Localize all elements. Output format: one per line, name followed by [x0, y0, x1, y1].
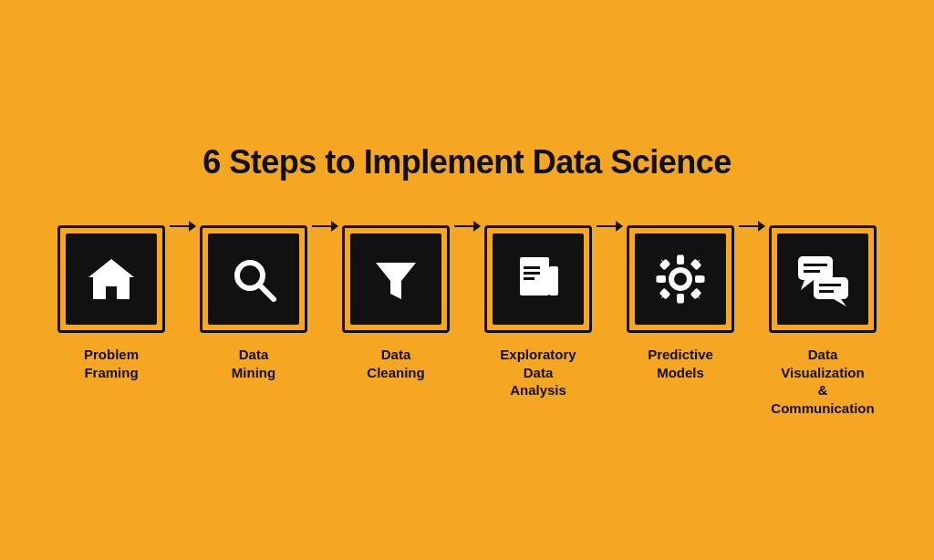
steps-container: Problem Framing Data Mining	[57, 225, 877, 417]
step-wrapper-1: Problem Framing	[57, 225, 166, 381]
svg-rect-7	[524, 266, 540, 269]
svg-marker-0	[88, 259, 134, 299]
home-icon	[84, 252, 139, 306]
step-problem-framing: Problem Framing	[57, 225, 166, 381]
step-wrapper-2: Data Mining	[199, 225, 308, 381]
svg-marker-5	[549, 257, 558, 266]
svg-rect-8	[524, 272, 540, 275]
document-icon	[511, 252, 566, 306]
icon-box-visualization	[769, 225, 877, 333]
step-wrapper-6: Data Visualization & Communication	[768, 225, 877, 417]
icon-box-exploratory	[484, 225, 592, 333]
page-title: 6 Steps to Implement Data Science	[202, 143, 732, 181]
svg-marker-23	[834, 299, 846, 306]
step-label-exploratory: Exploratory Data Analysis	[483, 346, 593, 399]
svg-point-11	[674, 273, 687, 285]
step-visualization: Data Visualization & Communication	[768, 225, 877, 417]
arrow-3	[451, 225, 483, 227]
step-wrapper-4: Exploratory Data Analysis	[483, 225, 593, 399]
svg-rect-20	[798, 256, 833, 280]
step-label-data-mining: Data Mining	[199, 346, 308, 381]
svg-rect-17	[690, 259, 702, 271]
icon-box-data-cleaning	[342, 225, 450, 333]
step-wrapper-5: Predictive Models	[626, 225, 735, 381]
svg-rect-25	[804, 270, 820, 273]
step-label-predictive: Predictive Models	[626, 346, 735, 381]
step-data-mining: Data Mining	[199, 225, 308, 381]
step-data-cleaning: Data Cleaning	[341, 225, 451, 381]
arrow-4	[593, 225, 626, 227]
svg-rect-27	[819, 290, 834, 293]
svg-rect-4	[520, 257, 549, 296]
step-label-problem-framing: Problem Framing	[57, 346, 166, 381]
gear-icon	[652, 251, 709, 307]
arrow-1	[166, 225, 199, 227]
step-label-data-cleaning: Data Cleaning	[341, 346, 451, 381]
svg-marker-21	[801, 280, 814, 290]
arrow-5	[735, 225, 768, 227]
svg-marker-3	[376, 263, 416, 299]
step-wrapper-3: Data Cleaning	[341, 225, 451, 381]
search-icon	[226, 252, 281, 306]
icon-box-predictive	[627, 225, 734, 333]
filter-icon	[368, 252, 423, 306]
icon-box-problem-framing	[57, 225, 165, 333]
step-label-visualization: Data Visualization & Communication	[768, 346, 877, 417]
svg-rect-26	[819, 284, 841, 286]
arrow-2	[308, 225, 341, 227]
step-predictive: Predictive Models	[626, 225, 735, 381]
svg-rect-16	[659, 259, 671, 271]
step-exploratory: Exploratory Data Analysis	[483, 225, 593, 399]
icon-box-data-mining	[200, 225, 307, 333]
svg-line-2	[259, 285, 274, 299]
svg-rect-9	[524, 277, 534, 280]
svg-rect-18	[659, 288, 671, 300]
svg-rect-22	[814, 277, 848, 299]
chat-icon	[794, 252, 853, 306]
svg-rect-24	[804, 264, 827, 266]
svg-rect-19	[690, 288, 702, 300]
